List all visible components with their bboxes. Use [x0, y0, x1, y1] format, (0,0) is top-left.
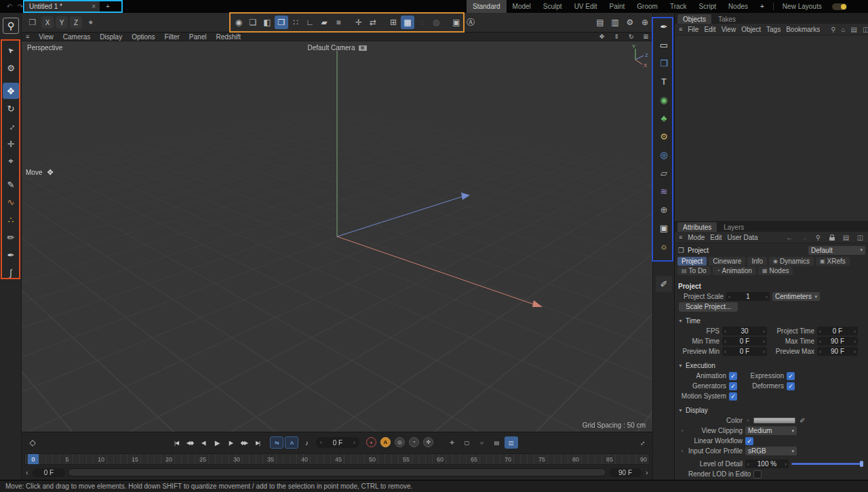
edges-mode-button[interactable]: ∟ [303, 16, 317, 29]
objects-panel-icon[interactable]: ▤ [851, 25, 857, 34]
generators-checkbox[interactable]: ✓ [729, 382, 737, 390]
color-swatch[interactable] [753, 417, 795, 424]
new-layouts-button[interactable]: New Layouts [776, 0, 828, 13]
range-left-arrow-icon[interactable]: ‹ [24, 469, 30, 476]
objects-dual-panel-icon[interactable]: ◫ [863, 25, 868, 34]
linear-workflow-checkbox[interactable]: ✓ [745, 437, 753, 445]
mograph-button[interactable]: ♣ [656, 110, 672, 126]
sky-button[interactable]: ⊕ [656, 201, 672, 218]
tab-animation[interactable]: ◔Animation [713, 266, 756, 275]
tab-project[interactable]: Project [677, 257, 707, 266]
current-frame-spinner[interactable]: ‹ 0 F › [316, 437, 359, 448]
deformers-checkbox[interactable]: ✓ [787, 382, 795, 390]
menu-options[interactable]: Options [132, 33, 155, 41]
frame-spinner-left-icon[interactable]: ‹ [320, 439, 322, 446]
preview-max-spinner[interactable]: ‹90 F› [817, 347, 858, 356]
attributes-menu-edit[interactable]: Edit [710, 234, 722, 241]
tab-nodes[interactable]: ▦Nodes [758, 266, 793, 275]
project-scale-spinner[interactable]: ‹1› [726, 292, 770, 301]
input-profile-flyout-icon[interactable]: › [679, 448, 686, 454]
record-scale-toggle[interactable]: ▢ [460, 436, 473, 449]
make-editable-button[interactable]: ◉ [232, 16, 245, 29]
brush-tool-button[interactable]: ✎ [3, 176, 19, 192]
objects-home-icon[interactable]: ⌂ [842, 25, 846, 34]
tweak-tool-button[interactable]: ⚙ [3, 60, 19, 76]
enable-axis-button[interactable]: ✛ [352, 16, 366, 29]
sound-button[interactable]: ♪ [300, 436, 313, 449]
fps-spinner[interactable]: ‹30› [722, 327, 767, 335]
layout-tab-paint[interactable]: Paint [604, 0, 631, 13]
render-to-picture-viewer-button[interactable]: ▥ [608, 16, 622, 29]
timeline-mode-button[interactable]: ◫ [505, 436, 518, 449]
layout-tab-model[interactable]: Model [507, 0, 537, 13]
text-tool-button[interactable]: T [656, 73, 672, 89]
objects-menu-bookmarks[interactable]: Bookmarks [786, 26, 820, 33]
lod-spinner[interactable]: ‹100 %› [745, 459, 789, 468]
eyedropper-icon[interactable]: ✐ [798, 416, 807, 425]
uv-mode-button[interactable]: ■ [332, 16, 345, 29]
pen-tool-button[interactable]: ✒ [656, 18, 672, 35]
rotate-tool-button[interactable]: ↻ [3, 100, 19, 117]
add-tab-button[interactable]: + [102, 1, 114, 12]
animation-checkbox[interactable]: ✓ [729, 372, 737, 380]
playhead[interactable]: 0 [28, 454, 39, 464]
render-view-button[interactable]: ▤ [593, 16, 607, 29]
simulation-button[interactable]: ⚙ [656, 128, 672, 144]
range-right-arrow-icon[interactable]: › [644, 469, 650, 476]
z-axis-lock-button[interactable]: Z [70, 16, 82, 28]
tab-cineware[interactable]: Cineware [709, 257, 745, 266]
timeline-scrollbar[interactable] [68, 468, 606, 476]
min-time-spinner[interactable]: ‹0 F› [722, 337, 767, 346]
menu-view[interactable]: View [39, 33, 54, 41]
light-object-button[interactable]: ☼ [656, 238, 672, 254]
scale-project-button[interactable]: Scale Project... [679, 302, 738, 312]
autokey-button[interactable]: A [380, 437, 391, 447]
section-time-header[interactable]: ▼Time [675, 316, 868, 326]
menu-display[interactable]: Display [100, 33, 122, 41]
tab-layers[interactable]: Layers [718, 222, 749, 232]
render-settings-button[interactable]: ⚙ [623, 16, 637, 29]
snap-toggle-button-2[interactable]: ◍ [429, 16, 443, 29]
spline-smooth-button[interactable]: ∫ [3, 264, 19, 281]
snap-toggle-button-1[interactable]: ◌ [415, 16, 429, 29]
camera-object-button[interactable]: ▣ [656, 220, 672, 236]
view-clipping-flyout-icon[interactable]: › [679, 428, 686, 434]
undo-icon[interactable]: ↶ [4, 0, 15, 13]
objects-menu-file[interactable]: File [688, 26, 698, 33]
previous-frame-button[interactable]: ◀| [197, 436, 210, 449]
next-frame-button[interactable]: |▶ [224, 436, 237, 449]
tab-todo[interactable]: ▤To Do [677, 266, 711, 275]
key-time-button[interactable]: ◔ [409, 437, 419, 447]
attributes-menu-mode[interactable]: Mode [688, 234, 705, 241]
record-pla-toggle[interactable]: ▤ [490, 436, 503, 449]
objects-menu-tags[interactable]: Tags [766, 26, 781, 33]
volumes-button[interactable]: ◎ [656, 146, 672, 163]
simulate-globe-button[interactable]: ⊕ [638, 16, 652, 29]
live-selection-tool-button[interactable]: ➤ [3, 42, 19, 58]
menu-panel[interactable]: Panel [189, 33, 207, 41]
loop-mode-button[interactable]: ⇆ [270, 436, 283, 449]
expand-timeline-button[interactable]: ↔ [635, 436, 648, 449]
range-start-field[interactable]: 0 F [33, 468, 65, 477]
add-layout-button[interactable]: + [754, 0, 770, 13]
attributes-dual-panel-icon[interactable]: ◫ [856, 233, 865, 242]
generators-button[interactable]: ◉ [656, 91, 672, 108]
texture-mode-button[interactable]: ◧ [260, 16, 274, 29]
timeline-ruler[interactable]: 0 5 10 15 20 25 30 35 40 45 50 55 60 65 … [24, 453, 650, 465]
menu-cameras[interactable]: Cameras [63, 33, 91, 41]
redo-icon[interactable]: ↷ [15, 0, 26, 13]
range-end-field[interactable]: 90 F [609, 468, 642, 477]
lod-slider[interactable] [791, 463, 862, 465]
objects-menu-object[interactable]: Object [741, 26, 761, 33]
lod-slider-handle[interactable] [860, 461, 863, 467]
lock-icon[interactable] [828, 234, 836, 241]
attributes-menu-icon[interactable]: ≡ [679, 234, 682, 241]
attributes-search-icon[interactable]: ⚲ [814, 233, 823, 242]
menu-redshift[interactable]: Redshift [216, 33, 241, 41]
y-axis-lock-button[interactable]: Y [56, 16, 68, 28]
scale-tool-button[interactable]: ↔ [3, 118, 19, 134]
render-lod-checkbox[interactable] [753, 470, 762, 478]
all-frames-button[interactable]: A [285, 436, 298, 449]
tab-attributes[interactable]: Attributes [677, 222, 717, 232]
unit-dropdown[interactable]: Centimeters▾ [772, 292, 820, 301]
